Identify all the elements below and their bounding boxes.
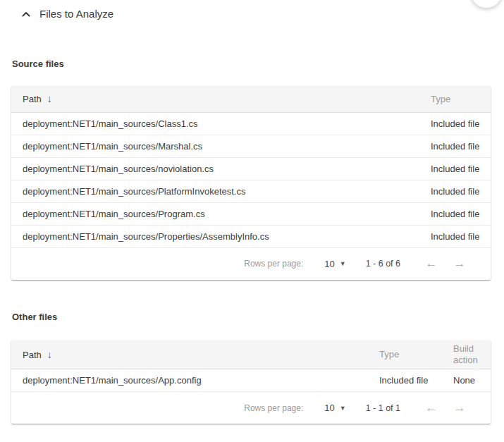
table-row: deployment:NET1/main_sources/noviolation…	[11, 157, 491, 180]
next-page-button[interactable]: →	[445, 401, 474, 415]
cell-type: Included file	[419, 202, 491, 225]
next-page-button[interactable]: →	[445, 257, 474, 271]
cell-path: deployment:NET1/main_sources/Program.cs	[11, 202, 419, 225]
other-files-header-row: Path↓ Type Build action	[11, 340, 491, 369]
sort-descending-icon: ↓	[47, 349, 52, 360]
table-row: deployment:NET1/main_sources/PlatformInv…	[11, 180, 491, 202]
cell-path: deployment:NET1/main_sources/App.config	[11, 369, 368, 392]
cell-path: deployment:NET1/main_sources/Class1.cs	[11, 112, 419, 135]
source-files-header-row: Path↓ Type	[11, 86, 491, 112]
table-row: deployment:NET1/main_sources/App.config …	[11, 369, 491, 392]
other-files-label: Other files	[12, 312, 504, 322]
other-files-table-card: Path↓ Type Build action deployment:NET1/…	[11, 340, 491, 424]
table-row: deployment:NET1/main_sources/Properties/…	[11, 225, 491, 247]
cell-path: deployment:NET1/main_sources/noviolation…	[11, 157, 419, 180]
previous-page-button[interactable]: ←	[417, 257, 445, 271]
pagination-range: 1 - 1 of 1	[366, 403, 400, 413]
source-files-table-card: Path↓ Type deployment:NET1/main_sources/…	[11, 86, 491, 280]
rows-per-page-label: Rows per page:	[244, 403, 303, 413]
column-header-build-action: Build action	[442, 340, 491, 369]
source-files-label: Source files	[12, 59, 504, 69]
arrow-right-icon: →	[454, 257, 466, 270]
rows-per-page-value: 10	[324, 259, 334, 269]
column-header-path[interactable]: Path↓	[11, 86, 419, 112]
column-header-path[interactable]: Path↓	[11, 340, 368, 369]
cell-path: deployment:NET1/main_sources/Marshal.cs	[11, 135, 419, 157]
table-row: deployment:NET1/main_sources/Marshal.cs …	[11, 135, 491, 157]
rows-per-page-label: Rows per page:	[244, 259, 303, 269]
cell-path: deployment:NET1/main_sources/Properties/…	[11, 225, 419, 247]
other-files-table: Path↓ Type Build action deployment:NET1/…	[11, 340, 491, 393]
cell-type: Included file	[368, 369, 442, 392]
dropdown-caret-icon: ▼	[340, 260, 346, 267]
arrow-left-icon: ←	[426, 401, 438, 415]
rows-per-page-select[interactable]: 10 ▼	[324, 259, 345, 269]
cell-type: Included file	[419, 112, 491, 135]
cell-type: Included file	[419, 180, 491, 202]
chevron-up-icon	[22, 11, 30, 17]
cell-path: deployment:NET1/main_sources/PlatformInv…	[11, 180, 419, 202]
arrow-left-icon: ←	[426, 257, 438, 270]
column-header-path-label: Path	[23, 350, 42, 360]
cell-type: Included file	[419, 157, 491, 180]
other-files-pagination: Rows per page: 10 ▼ 1 - 1 of 1 ← →	[11, 392, 491, 424]
files-to-analyze-page: Files to Analyze Source files Path↓ Type…	[0, 0, 504, 442]
rows-per-page-value: 10	[324, 403, 334, 413]
cell-type: Included file	[419, 225, 491, 247]
cell-build-action: None	[442, 369, 491, 392]
sort-descending-icon: ↓	[47, 93, 52, 104]
column-header-path-label: Path	[23, 94, 42, 104]
section-title: Files to Analyze	[39, 8, 113, 20]
pagination-range: 1 - 6 of 6	[366, 259, 400, 269]
column-header-type: Type	[368, 340, 442, 369]
section-header: Files to Analyze	[0, 0, 504, 20]
source-files-pagination: Rows per page: 10 ▼ 1 - 6 of 6 ← →	[11, 248, 491, 280]
table-row: deployment:NET1/main_sources/Class1.cs I…	[11, 112, 491, 135]
arrow-right-icon: →	[454, 401, 466, 415]
table-row: deployment:NET1/main_sources/Program.cs …	[11, 202, 491, 225]
dropdown-caret-icon: ▼	[340, 405, 346, 412]
cell-type: Included file	[419, 135, 491, 157]
rows-per-page-select[interactable]: 10 ▼	[324, 403, 345, 413]
column-header-type: Type	[419, 86, 491, 112]
previous-page-button[interactable]: ←	[417, 401, 445, 415]
collapse-section-button[interactable]	[20, 8, 32, 20]
source-files-table: Path↓ Type deployment:NET1/main_sources/…	[11, 86, 491, 248]
